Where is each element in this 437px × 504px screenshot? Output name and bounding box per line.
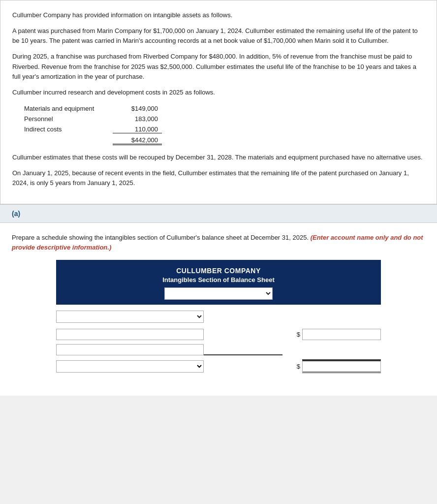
- intro-paragraph: Cullumber Company has provided informati…: [12, 10, 425, 20]
- bs-header: CULLUMBER COMPANY Intangibles Section of…: [56, 260, 381, 305]
- life-change-paragraph: On January 1, 2025, because of recent ev…: [12, 168, 425, 188]
- instruction-plain: Prepare a schedule showing the intangibl…: [12, 234, 309, 241]
- dollar-sign-3: $: [297, 363, 300, 370]
- company-name: CULLUMBER COMPANY: [61, 267, 376, 275]
- entry-left-2[interactable]: [56, 344, 204, 355]
- rd-value-indirect: 110,000: [113, 126, 162, 133]
- entry-text-input-2[interactable]: [56, 344, 204, 355]
- patent-paragraph: A patent was purchased from Marin Compan…: [12, 26, 425, 46]
- entry-right-2-underline[interactable]: [204, 344, 282, 355]
- entry-right-1[interactable]: [302, 329, 381, 340]
- entry-left-1[interactable]: [56, 329, 204, 340]
- entry-amount-input-3[interactable]: [302, 360, 381, 373]
- problem-section: Cullumber Company has provided informati…: [0, 0, 437, 204]
- entry-amount-input-1[interactable]: [302, 329, 381, 340]
- recoup-paragraph: Cullumber estimates that these costs wil…: [12, 153, 425, 162]
- sheet-title: Intangibles Section of Balance Sheet: [61, 276, 376, 284]
- account-dropdown-1[interactable]: [56, 311, 204, 323]
- rd-intro-paragraph: Cullumber incurred research and developm…: [12, 88, 425, 97]
- dollar-sign-1: $: [297, 331, 300, 338]
- rd-row-total: $442,000: [24, 135, 425, 147]
- rd-row-indirect: Indirect costs 110,000: [24, 124, 425, 135]
- bs-body: $: [56, 305, 381, 373]
- entry-right-3[interactable]: [302, 359, 381, 373]
- answer-section: Prepare a schedule showing the intangibl…: [0, 223, 437, 396]
- account-dropdown-row-3[interactable]: [56, 360, 204, 373]
- entry-row-2: [56, 344, 381, 355]
- rd-row-personnel: Personnel 183,000: [24, 114, 425, 124]
- rd-row-materials: Materials and equipment $149,000: [24, 103, 425, 114]
- part-a-label: (a): [12, 210, 20, 218]
- franchise-paragraph: During 2025, a franchise was purchased f…: [12, 52, 425, 81]
- rd-value-total: $442,000: [113, 136, 162, 145]
- rd-cost-table: Materials and equipment $149,000 Personn…: [24, 103, 425, 147]
- rd-label-materials: Materials and equipment: [24, 105, 113, 112]
- instruction-text: Prepare a schedule showing the intangibl…: [12, 233, 425, 252]
- header-date-dropdown[interactable]: [164, 287, 273, 300]
- account-dropdown-row-1[interactable]: [56, 311, 381, 323]
- rd-value-materials: $149,000: [113, 105, 162, 112]
- entry-amount-input-2[interactable]: [204, 344, 282, 355]
- rd-label-personnel: Personnel: [24, 115, 113, 123]
- account-dropdown-3[interactable]: [56, 360, 204, 373]
- part-a-header: (a): [0, 204, 437, 223]
- rd-value-personnel: 183,000: [113, 115, 162, 123]
- entry-row-1: $: [56, 329, 381, 340]
- balance-sheet-container: CULLUMBER COMPANY Intangibles Section of…: [56, 260, 381, 373]
- rd-label-indirect: Indirect costs: [24, 126, 113, 133]
- header-dropdown-row[interactable]: [61, 287, 376, 300]
- entry-text-input-1[interactable]: [56, 329, 204, 340]
- entry-row-3: $: [56, 359, 381, 373]
